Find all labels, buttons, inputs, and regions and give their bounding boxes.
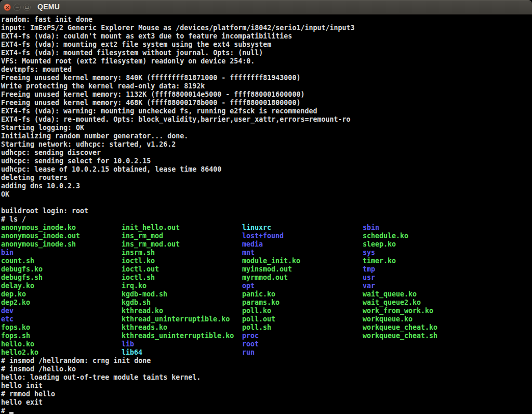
terminal-text: EXT4-fs (vda): couldn't mount as ext3 du… [1, 32, 292, 40]
terminal-line: # insmod /hello.ko [1, 365, 532, 373]
terminal-line: EXT4-fs (vda): couldn't mount as ext3 du… [1, 32, 532, 41]
file-entry: sleep.ko [363, 240, 483, 249]
terminal-line: bininsrm.shmntsys [1, 249, 532, 257]
titlebar[interactable]: × − □ QEMU [0, 0, 532, 15]
file-entry: usr [363, 274, 483, 282]
terminal-line: Freeing unused kernel memory: 468K (ffff… [1, 99, 532, 107]
file-entry: dep.ko [1, 290, 122, 299]
file-entry: kthread_uninterruptible.ko [122, 315, 242, 324]
file-entry: lib [122, 340, 242, 348]
file-entry: kthread.ko [122, 307, 242, 315]
file-entry: poll.sh [242, 324, 363, 332]
file-entry: debugfs.ko [1, 265, 122, 274]
file-entry: anonymous_inode.sh [1, 240, 122, 249]
terminal-text: devtmpfs: mounted [1, 66, 72, 73]
file-entry: sbin [363, 224, 483, 232]
terminal-text: hello init [1, 382, 43, 390]
file-entry: irq.ko [122, 282, 242, 290]
terminal-text: random: fast init done [1, 16, 92, 23]
terminal-text: adding dns 10.0.2.3 [1, 182, 80, 190]
terminal-text: hello exit [1, 398, 43, 406]
close-button[interactable]: × [4, 4, 11, 11]
file-entry: fops.sh [1, 332, 122, 340]
file-entry: etc [1, 315, 122, 324]
file-entry: ins_rm_mod.out [122, 240, 242, 249]
terminal-text: udhcpc: sending select for 10.0.2.15 [1, 157, 151, 165]
file-entry: proc [242, 332, 363, 340]
file-entry: kgdb.sh [122, 299, 242, 307]
file-entry: timer.ko [363, 257, 483, 265]
terminal-text: deleting routers [1, 174, 68, 182]
terminal-line: OK [1, 190, 532, 199]
terminal-line: anonymous_inode.outins_rm_modlost+founds… [1, 232, 532, 240]
terminal-line: devtmpfs: mounted [1, 66, 532, 74]
file-entry: lost+found [242, 232, 363, 240]
terminal-line: EXT4-fs (vda): re-mounted. Opts: block_v… [1, 115, 532, 124]
qemu-window: × − □ QEMU random: fast init doneinput: … [0, 0, 532, 414]
terminal-text: udhcpc: sending discover [1, 149, 101, 157]
terminal-line: debugfs.koioctl.outmyinsmod.outtmp [1, 265, 532, 274]
terminal-line: # insmod /hellrandom: crng init done [1, 357, 532, 365]
terminal-line: EXT4-fs (vda): warning: mounting uncheck… [1, 107, 532, 115]
terminal-line: VFS: Mounted root (ext2 filesystem) read… [1, 57, 532, 66]
terminal-line: fops.shkthreads_uninterruptible.koprocwo… [1, 332, 532, 340]
file-entry: module_init.ko [242, 257, 363, 265]
file-entry: dev [1, 307, 122, 315]
terminal-line: Write protecting the kernel read-only da… [1, 82, 532, 90]
minimize-button[interactable]: − [14, 4, 21, 11]
terminal-line: # rmmod hello [1, 390, 532, 398]
terminal-text: Starting network: udhcpc: started, v1.26… [1, 140, 176, 148]
file-entry: tmp [363, 265, 483, 274]
terminal-line: dep.kokgdb-mod.shpanic.kowait_queue.ko [1, 290, 532, 299]
file-entry: count.sh [1, 257, 122, 265]
terminal-text: OK [1, 190, 9, 198]
file-entry: hello2.ko [1, 348, 122, 357]
terminal-line: buildroot login: root [1, 207, 532, 215]
file-entry: init_hello.out [122, 224, 242, 232]
file-entry: root [242, 340, 363, 348]
terminal-line: udhcpc: sending select for 10.0.2.15 [1, 157, 532, 165]
terminal-line: EXT4-fs (vda): mounting ext2 file system… [1, 41, 532, 49]
terminal-line: udhcpc: lease of 10.0.2.15 obtained, lea… [1, 165, 532, 174]
terminal-cursor [9, 412, 14, 414]
file-entry: work_from_work.ko [363, 307, 483, 315]
terminal-line: hello.kolibroot [1, 340, 532, 348]
terminal-line: hello exit [1, 398, 532, 407]
file-entry: hello.ko [1, 340, 122, 348]
terminal-line: fops.kokthreads.kopoll.shworkqueue_cheat… [1, 324, 532, 332]
file-entry: ins_rm_mod [122, 232, 242, 240]
terminal-text: Freeing unused kernel memory: 468K (ffff… [1, 99, 300, 107]
terminal-text: EXT4-fs (vda): warning: mounting uncheck… [1, 107, 317, 115]
terminal-line: Freeing unused kernel memory: 840K (ffff… [1, 74, 532, 82]
terminal-line: count.shioctl.komodule_init.kotimer.ko [1, 257, 532, 265]
terminal-text: # rmmod hello [1, 390, 55, 398]
file-entry: poll.ko [242, 307, 363, 315]
terminal-line: debugfs.shioctl.shmyrmmod.outusr [1, 274, 532, 282]
file-entry: kthreads.ko [122, 324, 242, 332]
maximize-button[interactable]: □ [23, 4, 31, 11]
terminal-text: buildroot login: root [1, 207, 88, 215]
terminal-text: Freeing unused kernel memory: 840K (ffff… [1, 74, 300, 82]
file-entry: bin [1, 249, 122, 257]
file-entry: kgdb-mod.sh [122, 290, 242, 299]
file-entry: linuxrc [242, 224, 363, 232]
terminal-text: EXT4-fs (vda): mounted filesystem withou… [1, 49, 263, 57]
terminal-text: # insmod /hellrandom: crng init done [1, 357, 151, 365]
file-entry: kthreads_uninterruptible.ko [122, 332, 242, 340]
terminal-text: # ls / [1, 215, 26, 223]
file-entry: run [242, 348, 363, 357]
terminal-line: Starting logging: OK [1, 124, 532, 132]
terminal-line: input: ImExPS/2 Generic Explorer Mouse a… [1, 24, 532, 32]
terminal-line: devkthread.kopoll.kowork_from_work.ko [1, 307, 532, 315]
terminal-text: EXT4-fs (vda): mounting ext2 file system… [1, 41, 271, 48]
terminal-text: Starting logging: OK [1, 124, 84, 132]
close-icon: × [5, 5, 9, 10]
terminal-line: delay.koirq.kooptvar [1, 282, 532, 290]
terminal-line: Freeing unused kernel memory: 1132K (fff… [1, 90, 532, 99]
file-entry: panic.ko [242, 290, 363, 299]
file-entry: workqueue_cheat.sh [363, 332, 483, 340]
file-entry: anonymous_inode.out [1, 232, 122, 240]
file-entry: mnt [242, 249, 363, 257]
file-entry: anonymous_inode.ko [1, 224, 122, 232]
terminal-screen[interactable]: random: fast init doneinput: ImExPS/2 Ge… [0, 15, 532, 414]
